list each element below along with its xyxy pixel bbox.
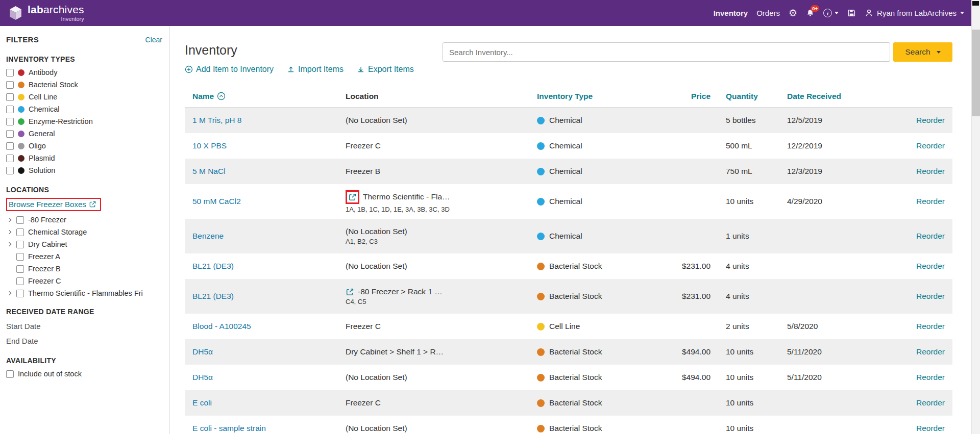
location-item--80-freezer[interactable]: -80 Freezer: [6, 214, 162, 226]
filter-type-antibody[interactable]: Antibody: [6, 66, 162, 79]
chevron-down-icon: [937, 51, 941, 54]
checkbox[interactable]: [16, 290, 24, 297]
checkbox[interactable]: [16, 241, 24, 248]
item-name-link[interactable]: E coli - sample strain: [192, 424, 266, 433]
item-name-link[interactable]: BL21 (DE3): [192, 262, 234, 271]
item-inventory-type: Bacterial Stock: [529, 279, 667, 314]
checkbox[interactable]: [6, 69, 14, 76]
reorder-link[interactable]: Reorder: [916, 292, 945, 301]
reorder-link[interactable]: Reorder: [916, 262, 945, 271]
clear-filters-link[interactable]: Clear: [145, 36, 162, 44]
filter-type-bacterial-stock[interactable]: Bacterial Stock: [6, 79, 162, 91]
brand-subtitle: Inventory: [61, 16, 84, 22]
save-disk-icon[interactable]: [847, 9, 856, 17]
browse-freezer-boxes-link[interactable]: Browse Freezer Boxes: [9, 200, 96, 209]
type-color-dot: [18, 155, 24, 162]
checkbox[interactable]: [6, 81, 14, 89]
item-name-link[interactable]: 50 mM CaCl2: [192, 197, 241, 206]
checkbox[interactable]: [6, 118, 14, 125]
reorder-link[interactable]: Reorder: [916, 373, 945, 382]
filter-type-general[interactable]: General: [6, 127, 162, 140]
reorder-link[interactable]: Reorder: [916, 424, 945, 433]
item-name-link[interactable]: BL21 (DE3): [192, 292, 234, 301]
item-name-link[interactable]: Benzene: [192, 232, 224, 241]
vertical-scrollbar[interactable]: [971, 0, 980, 434]
checkbox[interactable]: [6, 142, 14, 150]
reorder-link[interactable]: Reorder: [916, 322, 945, 331]
filter-type-plasmid[interactable]: Plasmid: [6, 152, 162, 164]
column-header-inventory-type[interactable]: Inventory Type: [537, 92, 593, 101]
export-items-link[interactable]: Export Items: [357, 65, 414, 74]
reorder-link[interactable]: Reorder: [916, 347, 945, 356]
reorder-link[interactable]: Reorder: [916, 398, 945, 407]
filter-type-solution[interactable]: Solution: [6, 164, 162, 176]
import-items-link[interactable]: Import Items: [287, 65, 344, 74]
settings-gear-icon[interactable]: ⚙: [789, 8, 797, 18]
location-item-freezer-b[interactable]: Freezer B: [6, 263, 162, 275]
checkbox[interactable]: [6, 155, 14, 162]
reorder-link[interactable]: Reorder: [916, 232, 945, 241]
checkbox[interactable]: [16, 265, 24, 273]
item-name-link[interactable]: 10 X PBS: [192, 141, 227, 150]
checkbox[interactable]: [6, 130, 14, 138]
item-name-link[interactable]: 1 M Tris, pH 8: [192, 116, 241, 125]
location-item-chemical-storage[interactable]: Chemical Storage: [6, 226, 162, 238]
item-name-link[interactable]: Blood - A100245: [192, 322, 251, 331]
checkbox[interactable]: [6, 93, 14, 101]
checkbox[interactable]: [16, 228, 24, 236]
checkbox[interactable]: [16, 277, 24, 285]
location-item-dry-cabinet[interactable]: Dry Cabinet: [6, 238, 162, 250]
reorder-link[interactable]: Reorder: [916, 167, 945, 176]
reorder-link[interactable]: Reorder: [916, 116, 945, 125]
type-color-dot: [18, 94, 24, 100]
item-name-link[interactable]: E coli: [192, 398, 212, 407]
expand-chevron-icon[interactable]: [7, 291, 11, 295]
search-input[interactable]: [443, 42, 890, 62]
filter-type-chemical[interactable]: Chemical: [6, 103, 162, 115]
column-header-price[interactable]: Price: [691, 92, 710, 101]
external-link-icon[interactable]: [346, 288, 354, 296]
checkbox[interactable]: [16, 253, 24, 261]
location-item-thermo-scientific[interactable]: Thermo Scientific - Flammables Fri: [6, 287, 162, 299]
add-item-to-inventory-link[interactable]: Add Item to Inventory: [185, 65, 274, 74]
brand-archives: archives: [43, 4, 84, 15]
reorder-link[interactable]: Reorder: [916, 141, 945, 150]
user-menu[interactable]: Ryan from LabArchives: [865, 9, 964, 17]
item-price: [667, 219, 718, 253]
nav-orders[interactable]: Orders: [756, 9, 780, 17]
end-date-input[interactable]: [6, 337, 108, 345]
notifications-bell-icon[interactable]: 0+: [806, 9, 815, 17]
item-name-link[interactable]: DH5α: [192, 347, 213, 356]
table-row: Blood - A100245 Freezer C Cell Line 2 un…: [185, 314, 952, 339]
expand-chevron-icon[interactable]: [7, 242, 11, 246]
nav-inventory[interactable]: Inventory: [714, 9, 748, 17]
checkbox[interactable]: [16, 216, 24, 224]
table-row: 5 M NaCl Freezer B Chemical 750 mL 12/3/…: [185, 159, 952, 184]
item-name-link[interactable]: DH5α: [192, 373, 213, 382]
scrollbar-thumb[interactable]: [972, 30, 980, 116]
column-header-quantity[interactable]: Quantity: [726, 92, 758, 101]
table-row: E coli - sample strain (No Location Set)…: [185, 416, 952, 434]
inventory-type-dot: [537, 263, 545, 270]
start-date-input[interactable]: [6, 322, 108, 330]
checkbox[interactable]: [6, 167, 14, 174]
filter-type-enzyme-restriction[interactable]: Enzyme-Restriction: [6, 115, 162, 127]
checkbox[interactable]: [6, 106, 14, 113]
external-link-icon[interactable]: [348, 193, 357, 201]
include-out-of-stock-option[interactable]: Include out of stock: [6, 370, 162, 378]
filter-type-cell-line[interactable]: Cell Line: [6, 91, 162, 103]
filter-type-oligo[interactable]: Oligo: [6, 140, 162, 152]
search-button[interactable]: Search: [893, 42, 952, 62]
expand-chevron-icon[interactable]: [7, 230, 11, 234]
checkbox[interactable]: [6, 370, 14, 378]
expand-chevron-icon[interactable]: [7, 218, 11, 222]
location-item-freezer-a[interactable]: Freezer A: [6, 250, 162, 263]
location-item-freezer-c[interactable]: Freezer C: [6, 275, 162, 287]
help-info-menu[interactable]: i: [823, 9, 839, 17]
labarchives-brand[interactable]: labarchives Inventory: [8, 4, 84, 22]
reorder-link[interactable]: Reorder: [916, 197, 945, 206]
column-header-name[interactable]: Name: [192, 92, 226, 101]
column-header-date-received[interactable]: Date Received: [787, 92, 841, 101]
item-name-link[interactable]: 5 M NaCl: [192, 167, 226, 176]
notification-count-badge: 0+: [811, 5, 819, 12]
